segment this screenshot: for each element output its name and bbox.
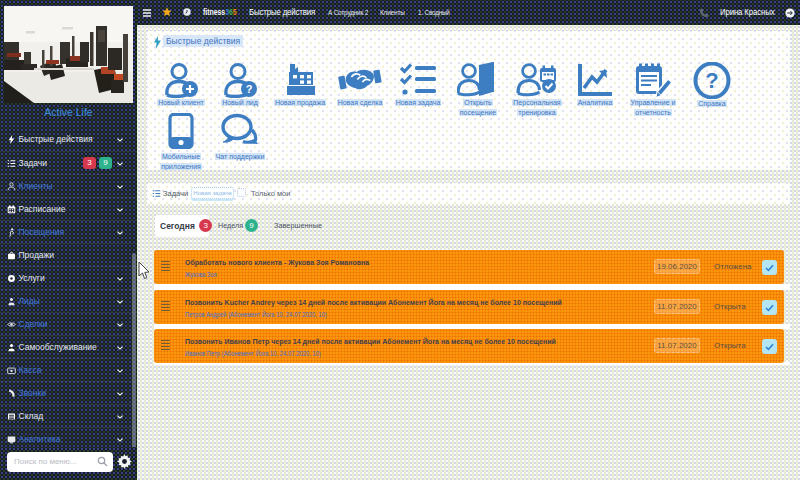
svg-text:?: ?	[246, 83, 253, 95]
svg-text:?: ?	[705, 68, 718, 93]
